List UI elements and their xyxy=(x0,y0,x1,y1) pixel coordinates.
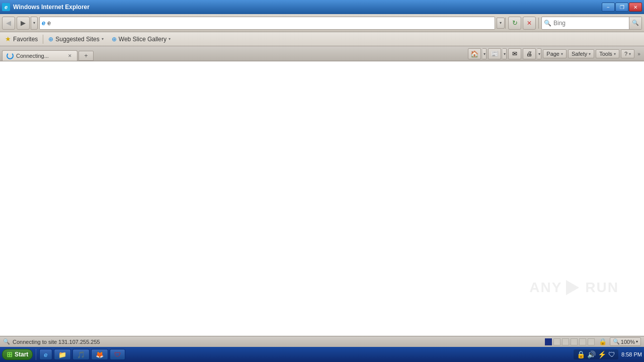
help-dropdown-icon: ▾ xyxy=(629,52,631,56)
ie-logo-icon: e xyxy=(2,3,10,11)
suggested-sites-label: Suggested Sites xyxy=(55,36,99,43)
minimize-button[interactable]: − xyxy=(602,3,615,12)
start-label: Start xyxy=(15,351,28,358)
web-slice-gallery-button[interactable]: ⊕ Web Slice Gallery ▾ xyxy=(109,35,174,44)
taskbar-shield-button[interactable]: 🛡 xyxy=(110,349,125,360)
taskbar-folder-button[interactable]: 📁 xyxy=(54,349,71,360)
title-bar: e Windows Internet Explorer − ❐ ✕ xyxy=(0,0,644,14)
taskbar-firefox-button[interactable]: 🦊 xyxy=(91,349,108,360)
web-slice-gallery-dropdown-icon: ▾ xyxy=(169,37,171,41)
status-search-icon: 🔍 xyxy=(3,338,10,345)
back-button[interactable]: ◀ xyxy=(2,17,15,30)
taskbar-firefox-icon: 🦊 xyxy=(96,351,104,358)
zoom-icon: 🔍 xyxy=(613,338,620,345)
home-dropdown-button[interactable]: ▾ xyxy=(482,48,487,59)
tab-close-button[interactable]: ✕ xyxy=(67,53,73,59)
address-input[interactable] xyxy=(47,20,493,27)
address-dropdown-button[interactable]: ▾ xyxy=(497,18,505,29)
windows-logo-icon: ⊞ xyxy=(7,350,13,358)
favorites-label: Favorites xyxy=(13,36,38,43)
home-button[interactable]: 🏠 xyxy=(468,48,481,59)
forward-button[interactable]: ▶ xyxy=(17,17,30,30)
tab-strip: Connecting... ✕ + xyxy=(2,50,94,61)
web-slice-gallery-icon: ⊕ xyxy=(112,36,117,43)
favorites-star-icon: ★ xyxy=(5,35,11,43)
nav-dropdown-button[interactable]: ▾ xyxy=(31,17,38,30)
new-tab-button[interactable]: + xyxy=(78,51,94,61)
taskbar-shield-icon: 🛡 xyxy=(114,351,121,358)
browser-tab-1[interactable]: Connecting... ✕ xyxy=(2,50,77,61)
safety-dropdown-icon: ▾ xyxy=(589,52,591,56)
search-icon: 🔍 xyxy=(542,20,553,27)
command-bar: 🏠 ▾ 📰 ▾ ✉ 🖨 ▾ Page ▾ Safety ▾ Tools ▾ xyxy=(468,48,642,61)
page-button[interactable]: Page ▾ xyxy=(543,49,567,58)
browser-window: e Windows Internet Explorer − ❐ ✕ ◀ ▶ ▾ … xyxy=(0,0,644,362)
toolbar-separator-2 xyxy=(538,18,539,29)
print-button[interactable]: 🖨 xyxy=(523,48,536,59)
close-button[interactable]: ✕ xyxy=(629,3,642,12)
web-slice-gallery-label: Web Slice Gallery xyxy=(119,36,167,43)
expand-toolbar-button[interactable]: » xyxy=(636,48,642,59)
tab-command-row: Connecting... ✕ + 🏠 ▾ 📰 ▾ ✉ 🖨 ▾ Page ▾ S… xyxy=(0,46,644,61)
window-title: Windows Internet Explorer xyxy=(13,4,90,11)
favorites-button[interactable]: ★ Favorites xyxy=(2,34,41,44)
refresh-button[interactable]: ↻ xyxy=(508,17,521,30)
watermark-text-run: RUN xyxy=(585,280,619,296)
stop-button[interactable]: ✕ xyxy=(523,17,536,30)
status-right: 🔒 🔍 100% ▾ xyxy=(599,337,641,346)
progress-block-3 xyxy=(562,338,569,345)
tray-security-icon[interactable]: 🛡 xyxy=(608,350,615,358)
favorites-bar: ★ Favorites ⊕ Suggested Sites ▾ ⊕ Web Sl… xyxy=(0,32,644,46)
tab-1-label: Connecting... xyxy=(16,53,49,59)
page-label: Page xyxy=(546,51,559,57)
taskbar-folder-icon: 📁 xyxy=(58,351,66,358)
tab-loading-icon xyxy=(7,52,14,59)
start-button[interactable]: ⊞ Start xyxy=(2,349,33,360)
favorites-separator-1 xyxy=(43,35,43,44)
safety-button[interactable]: Safety ▾ xyxy=(568,49,594,58)
main-toolbar: ◀ ▶ ▾ e ▾ ↻ ✕ 🔍 🔍 xyxy=(0,14,644,32)
taskbar-ie-button[interactable]: e xyxy=(39,349,52,360)
tools-dropdown-icon: ▾ xyxy=(614,52,616,56)
tray-volume-icon[interactable]: 🔊 xyxy=(587,350,596,358)
help-button[interactable]: ? ▾ xyxy=(621,49,634,58)
search-container: 🔍 🔍 xyxy=(541,17,642,30)
restore-button[interactable]: ❐ xyxy=(615,3,628,12)
watermark-play-icon xyxy=(566,280,581,295)
suggested-sites-icon: ⊕ xyxy=(48,36,53,43)
status-bar: 🔍 Connecting to site 131.107.255.255 🔒 🔍… xyxy=(0,336,644,347)
progress-block-2 xyxy=(553,338,560,345)
taskbar-media-button[interactable]: 🎵 xyxy=(72,349,90,360)
taskbar-ie-icon: e xyxy=(44,351,47,358)
safety-label: Safety xyxy=(572,51,587,57)
tools-button[interactable]: Tools ▾ xyxy=(596,49,619,58)
security-status-icon: 🔒 xyxy=(599,338,607,345)
print-dropdown-button[interactable]: ▾ xyxy=(537,48,541,59)
progress-block-6 xyxy=(588,338,595,345)
feeds-button[interactable]: 📰 xyxy=(488,48,501,59)
zoom-control[interactable]: 🔍 100% ▾ xyxy=(610,337,641,346)
status-progress xyxy=(545,338,595,345)
title-bar-left: e Windows Internet Explorer xyxy=(2,3,90,11)
system-clock[interactable]: 8:58 PM xyxy=(621,351,642,357)
tray-network-icon[interactable]: 🔒 xyxy=(577,350,585,358)
anyrun-watermark: ANY RUN xyxy=(529,280,619,296)
taskbar-separator xyxy=(36,349,36,360)
status-message: Connecting to site 131.107.255.255 xyxy=(13,339,100,345)
taskbar-right: 🔒 🔊 ⚡ 🛡 8:58 PM xyxy=(574,349,642,359)
toolbar-separator-1 xyxy=(505,18,506,29)
mail-button[interactable]: ✉ xyxy=(508,48,521,59)
system-tray: 🔒 🔊 ⚡ 🛡 xyxy=(574,349,618,359)
suggested-sites-dropdown-icon: ▾ xyxy=(102,37,104,41)
search-go-button[interactable]: 🔍 xyxy=(629,17,641,29)
zoom-level: 100% xyxy=(621,339,635,345)
title-bar-controls: − ❐ ✕ xyxy=(602,3,642,12)
feeds-dropdown-button[interactable]: ▾ xyxy=(503,48,507,59)
address-bar-container: e xyxy=(39,17,495,30)
help-label: ? xyxy=(624,51,627,57)
tray-battery-icon[interactable]: ⚡ xyxy=(598,350,606,358)
suggested-sites-button[interactable]: ⊕ Suggested Sites ▾ xyxy=(45,35,106,44)
search-input[interactable] xyxy=(553,20,629,27)
taskbar-media-icon: 🎵 xyxy=(77,351,85,358)
page-dropdown-icon: ▾ xyxy=(561,52,563,56)
